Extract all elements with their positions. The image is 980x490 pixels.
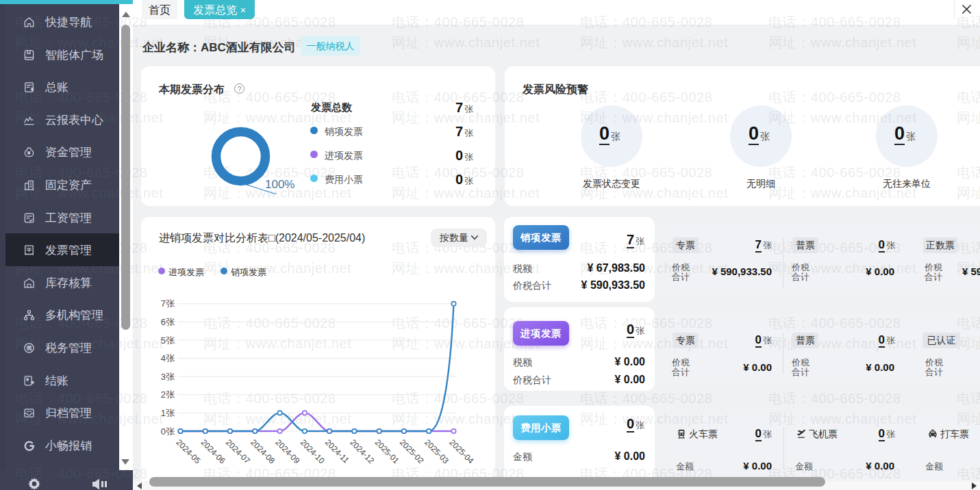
svg-text:1张: 1张: [161, 408, 175, 418]
svg-text:¥: ¥: [31, 87, 34, 92]
svg-text:2024-07: 2024-07: [224, 437, 252, 465]
svg-text:100%: 100%: [265, 178, 294, 191]
svg-text:0张: 0张: [161, 426, 175, 437]
svg-text:¥: ¥: [27, 150, 31, 156]
svg-text:7张: 7张: [161, 298, 175, 309]
svg-text:2025-04: 2025-04: [447, 437, 475, 465]
svg-text:2024-05: 2024-05: [174, 437, 202, 465]
svg-text:4张: 4张: [161, 353, 175, 363]
svg-text:2024-10: 2024-10: [299, 437, 327, 465]
svg-text:2024-12: 2024-12: [348, 437, 376, 465]
svg-text:5张: 5张: [161, 335, 175, 346]
svg-text:2025-02: 2025-02: [398, 437, 426, 465]
svg-text:2025-01: 2025-01: [373, 437, 401, 465]
svg-text:2024-09: 2024-09: [273, 437, 301, 465]
svg-text:2024-11: 2024-11: [323, 437, 351, 465]
svg-text:3张: 3张: [161, 372, 175, 382]
svg-text:2025-03: 2025-03: [423, 437, 451, 465]
svg-text:2024-06: 2024-06: [199, 437, 227, 465]
svg-text:税: 税: [26, 345, 32, 351]
svg-text:2张: 2张: [161, 389, 175, 400]
svg-text:6张: 6张: [161, 317, 175, 327]
svg-text:¥: ¥: [26, 377, 29, 382]
svg-text:2024-08: 2024-08: [249, 437, 277, 465]
